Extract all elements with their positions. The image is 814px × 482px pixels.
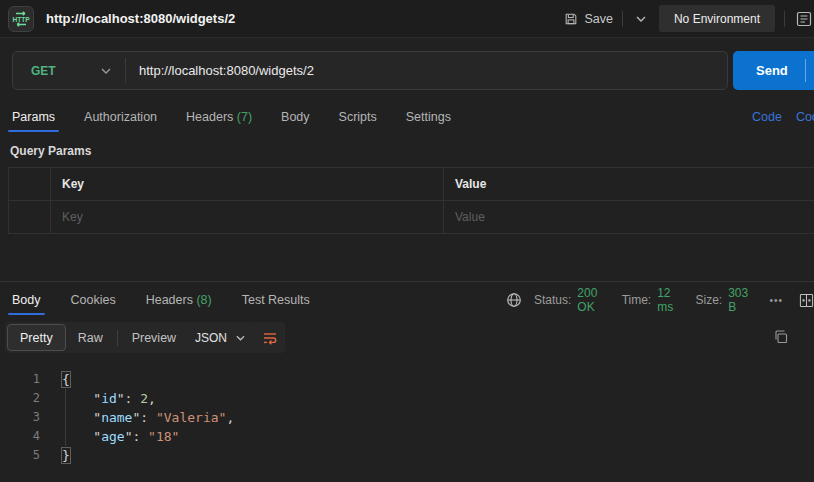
url-input[interactable]: http://localhost:8080/widgets/2 bbox=[126, 63, 727, 78]
tab-settings[interactable]: Settings bbox=[404, 101, 453, 133]
send-label: Send bbox=[756, 63, 788, 78]
view-preview-button[interactable]: Preview bbox=[120, 324, 188, 351]
response-body-editor[interactable]: 1{2 "id": 2,3 "name": "Valeria",4 "age":… bbox=[0, 362, 814, 482]
view-pretty-button[interactable]: Pretty bbox=[7, 324, 66, 351]
table-row: Key Value bbox=[9, 201, 814, 234]
response-headers-count: (8) bbox=[196, 293, 211, 307]
method-selector[interactable]: GET bbox=[13, 64, 125, 78]
request-side-links: Code Cookies bbox=[752, 100, 814, 133]
request-tab-title: http://localhost:8080/widgets/2 bbox=[46, 11, 235, 26]
code-line-content: } bbox=[62, 446, 70, 465]
save-icon bbox=[564, 12, 578, 26]
tab-authorization[interactable]: Authorization bbox=[82, 101, 159, 133]
code-line-content: "id": 2, bbox=[62, 389, 156, 408]
method-label: GET bbox=[31, 64, 56, 78]
split-pane-icon[interactable] bbox=[799, 293, 814, 308]
word-wrap-icon bbox=[262, 330, 278, 346]
response-meta: Status: 200 OK Time: 12 ms Size: 303 B •… bbox=[506, 283, 814, 317]
send-button[interactable]: Send bbox=[733, 51, 814, 90]
code-line: 5} bbox=[0, 446, 814, 465]
line-number: 4 bbox=[0, 427, 40, 446]
response-tab-body[interactable]: Body bbox=[10, 284, 43, 316]
more-actions-icon[interactable]: ••• bbox=[769, 295, 783, 306]
divider bbox=[117, 330, 118, 346]
response-tab-test-results[interactable]: Test Results bbox=[240, 284, 312, 316]
size-value: 303 B bbox=[728, 286, 751, 314]
indent-guide bbox=[65, 389, 66, 446]
response-divider bbox=[0, 281, 814, 282]
headers-count: (7) bbox=[237, 110, 252, 124]
row-checkbox-cell[interactable] bbox=[9, 201, 51, 234]
code-line: 3 "name": "Valeria", bbox=[0, 408, 814, 427]
tab-scripts[interactable]: Scripts bbox=[337, 101, 379, 133]
chevron-down-icon bbox=[236, 335, 245, 341]
globe-icon[interactable] bbox=[506, 292, 522, 308]
http-request-icon: HTTP bbox=[8, 6, 34, 32]
value-column-header: Value bbox=[444, 168, 814, 201]
copy-icon bbox=[773, 329, 789, 345]
tab-params[interactable]: Params bbox=[10, 101, 57, 133]
time-label: Time: bbox=[622, 293, 652, 307]
time-value: 12 ms bbox=[657, 286, 681, 314]
environment-quick-look-icon[interactable] bbox=[794, 9, 812, 29]
top-bar: HTTP http://localhost:8080/widgets/2 Sav… bbox=[0, 0, 814, 38]
code-line: 1{ bbox=[0, 370, 814, 389]
cookies-link[interactable]: Cookies bbox=[796, 110, 814, 124]
send-options-divider bbox=[805, 59, 806, 82]
code-line-content: "name": "Valeria", bbox=[62, 408, 234, 427]
tab-headers[interactable]: Headers (7) bbox=[184, 101, 254, 133]
code-line: 4 "age": "18" bbox=[0, 427, 814, 446]
svg-text:HTTP: HTTP bbox=[12, 15, 30, 22]
key-column-header: Key bbox=[51, 168, 444, 201]
chevron-down-icon bbox=[101, 68, 111, 74]
request-url-bar: GET http://localhost:8080/widgets/2 bbox=[12, 51, 728, 90]
status-label: Status: bbox=[534, 293, 571, 307]
line-number: 3 bbox=[0, 408, 40, 427]
save-options-chevron-icon[interactable] bbox=[632, 14, 650, 24]
divider bbox=[784, 11, 785, 27]
copy-response-button[interactable] bbox=[768, 324, 794, 350]
response-tab-headers[interactable]: Headers (8) bbox=[144, 284, 214, 316]
response-format-dropdown[interactable]: JSON bbox=[183, 322, 257, 353]
top-bar-actions: Save No Environment bbox=[564, 5, 812, 32]
line-number: 1 bbox=[0, 370, 40, 389]
value-input[interactable]: Value bbox=[444, 201, 814, 234]
response-view-switch: Pretty Raw Preview bbox=[5, 322, 190, 353]
code-lines: 1{2 "id": 2,3 "name": "Valeria",4 "age":… bbox=[0, 370, 814, 465]
code-line: 2 "id": 2, bbox=[0, 389, 814, 408]
table-header-row: Key Value bbox=[9, 168, 814, 201]
query-params-title: Query Params bbox=[10, 144, 91, 158]
code-line-content: "age": "18" bbox=[62, 427, 179, 446]
save-label: Save bbox=[584, 12, 613, 26]
save-button[interactable]: Save bbox=[564, 12, 613, 26]
size-label: Size: bbox=[695, 293, 722, 307]
query-params-table: Key Value Key Value bbox=[8, 167, 814, 234]
divider bbox=[622, 11, 623, 27]
line-number: 2 bbox=[0, 389, 40, 408]
code-link[interactable]: Code bbox=[752, 110, 782, 124]
tab-body[interactable]: Body bbox=[279, 101, 312, 133]
line-number: 5 bbox=[0, 446, 40, 465]
view-raw-button[interactable]: Raw bbox=[66, 324, 115, 351]
format-label: JSON bbox=[195, 331, 227, 345]
request-tabs: Params Authorization Headers (7) Body Sc… bbox=[10, 100, 814, 133]
code-line-content: { bbox=[62, 370, 70, 389]
key-input[interactable]: Key bbox=[51, 201, 444, 234]
status-value: 200 OK bbox=[577, 286, 607, 314]
environment-selector[interactable]: No Environment bbox=[659, 5, 775, 32]
checkbox-column-header bbox=[9, 168, 51, 201]
response-tabs: Body Cookies Headers (8) Test Results bbox=[10, 283, 312, 317]
word-wrap-button[interactable] bbox=[254, 322, 285, 353]
response-tab-cookies[interactable]: Cookies bbox=[69, 284, 118, 316]
